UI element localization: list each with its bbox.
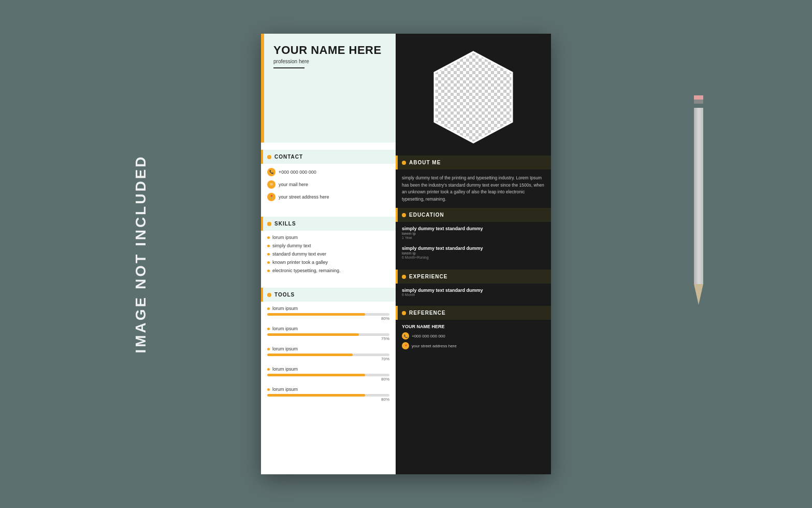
list-item: standard dummy text ever bbox=[267, 251, 389, 257]
list-item: lorum ipsum 75% bbox=[267, 326, 389, 341]
list-item: known printer took a galley bbox=[267, 260, 389, 265]
progress-label: 75% bbox=[267, 336, 389, 341]
about-title: ABOUT ME bbox=[409, 160, 441, 165]
ref-orange-bar bbox=[396, 306, 398, 320]
bullet-icon bbox=[267, 245, 270, 247]
bullet-icon bbox=[267, 270, 270, 272]
orange-bar-left bbox=[261, 34, 264, 143]
skills-section-header: SKILLS bbox=[261, 217, 396, 231]
contact-phone-item: 📞 +000 000 000 000 bbox=[267, 168, 389, 176]
watermark-text: IMAGE NOT INCLUDED bbox=[133, 154, 149, 353]
ref-phone-item: 📞 +000 000 000 000 bbox=[402, 332, 545, 340]
list-item: lorum ipsum 80% bbox=[267, 387, 389, 402]
list-item: lorum ipsum 80% bbox=[267, 306, 389, 321]
contact-dot bbox=[267, 155, 271, 159]
edu-dot bbox=[402, 213, 406, 217]
ref-name: YOUR NAME HERE bbox=[402, 324, 545, 329]
list-item: lorum ipsum 70% bbox=[267, 346, 389, 361]
tools-dot bbox=[267, 293, 271, 297]
progress-bar-fill bbox=[267, 333, 359, 336]
tool-label-wrap: lorum ipsum bbox=[267, 346, 389, 351]
phone-icon: 📞 bbox=[267, 168, 276, 176]
edu-subtitle: lorem ip bbox=[402, 251, 545, 256]
edu-title: simply dummy text standard dummy bbox=[402, 246, 545, 251]
reference-section-header: REFERENCE bbox=[396, 306, 551, 320]
about-dot bbox=[402, 161, 406, 165]
ref-address-item: 📍 your street address here bbox=[402, 342, 545, 349]
tools-title: TOOLS bbox=[274, 292, 295, 298]
edu-item: simply dummy text standard dummy lorem i… bbox=[402, 226, 545, 239]
education-section: simply dummy text standard dummy lorem i… bbox=[396, 222, 551, 270]
tools-orange-bar bbox=[261, 288, 263, 302]
about-section-header: ABOUT ME bbox=[396, 156, 551, 170]
list-item: lorum ipsum 80% bbox=[267, 366, 389, 382]
education-title: EDUCATION bbox=[409, 212, 444, 218]
contact-title: CONTACT bbox=[274, 154, 303, 160]
experience-title: EXPERIENCE bbox=[409, 274, 447, 279]
tool-label-wrap: lorum ipsum bbox=[267, 366, 389, 372]
name-block: YOUR NAME HERE profession here bbox=[269, 44, 387, 68]
contact-email: your mail here bbox=[279, 182, 308, 187]
email-icon: ✉ bbox=[267, 180, 276, 189]
tool-label: lorum ipsum bbox=[272, 346, 298, 351]
tools-section-header-wrap: TOOLS bbox=[261, 288, 396, 302]
ref-address: your street address here bbox=[412, 344, 457, 348]
contact-section-header: CONTACT bbox=[261, 150, 396, 164]
education-section-header: EDUCATION bbox=[396, 208, 551, 222]
about-text: simply dummy text of the printing and ty… bbox=[396, 170, 551, 208]
contact-list: 📞 +000 000 000 000 ✉ your mail here 📍 yo… bbox=[261, 164, 396, 209]
progress-bar-fill bbox=[267, 354, 353, 356]
skill-label: standard dummy text ever bbox=[272, 251, 326, 257]
resume-card: YOUR NAME HERE profession here CONTACT 📞… bbox=[261, 34, 551, 474]
contact-phone: +000 000 000 000 bbox=[279, 170, 316, 175]
contact-section-header-wrap: CONTACT bbox=[261, 150, 396, 164]
pencil-decoration bbox=[694, 104, 703, 301]
tool-label: lorum ipsum bbox=[272, 387, 298, 392]
edu-subtitle: lorem ip bbox=[402, 231, 545, 236]
progress-label: 80% bbox=[267, 397, 389, 402]
contact-orange-bar bbox=[261, 150, 263, 164]
hexagon-photo bbox=[432, 49, 515, 145]
exp-title: simply dummy text standard dummy bbox=[402, 288, 545, 293]
ref-address-icon: 📍 bbox=[402, 342, 409, 349]
experience-section: simply dummy text standard dummy 6 Month bbox=[396, 284, 551, 306]
skill-label: lorum ipsum bbox=[272, 235, 298, 240]
progress-label: 80% bbox=[267, 316, 389, 321]
edu-duration: 6 Month+Runing bbox=[402, 256, 545, 259]
skill-label: simply dummy text bbox=[272, 243, 311, 248]
tool-label-wrap: lorum ipsum bbox=[267, 387, 389, 392]
skills-list: lorum ipsum simply dummy text standard d… bbox=[261, 231, 396, 280]
skills-section-header-wrap: SKILLS bbox=[261, 217, 396, 231]
photo-area bbox=[396, 34, 551, 156]
skills-orange-bar bbox=[261, 217, 263, 231]
tools-section-header: TOOLS bbox=[261, 288, 396, 302]
progress-bar-bg bbox=[267, 354, 389, 356]
name-text: YOUR NAME HERE bbox=[273, 44, 387, 57]
reference-title: REFERENCE bbox=[409, 310, 446, 316]
progress-bar-bg bbox=[267, 374, 389, 376]
tool-label: lorum ipsum bbox=[272, 306, 298, 311]
name-underline bbox=[273, 67, 304, 68]
skill-label: known printer took a galley bbox=[272, 260, 328, 265]
svg-marker-5 bbox=[434, 52, 512, 143]
contact-address-item: 📍 your street address here bbox=[267, 193, 389, 201]
edu-item: simply dummy text standard dummy lorem i… bbox=[402, 246, 545, 259]
progress-bar-bg bbox=[267, 333, 389, 336]
reference-section: YOUR NAME HERE 📞 +000 000 000 000 📍 your… bbox=[396, 320, 551, 356]
bullet-icon bbox=[267, 253, 270, 256]
progress-label: 70% bbox=[267, 357, 389, 361]
tools-list: lorum ipsum 80% lorum ipsum 75% bbox=[261, 302, 396, 411]
tool-label-wrap: lorum ipsum bbox=[267, 306, 389, 311]
header-left: YOUR NAME HERE profession here bbox=[261, 34, 396, 143]
progress-label: 80% bbox=[267, 377, 389, 382]
page-wrapper: IMAGE NOT INCLUDED YOUR NAME HERE profes… bbox=[0, 0, 812, 508]
tool-label: lorum ipsum bbox=[272, 326, 298, 331]
bullet-icon bbox=[267, 261, 270, 264]
pencil-band bbox=[694, 100, 703, 104]
about-orange-bar bbox=[396, 156, 398, 170]
progress-bar-fill bbox=[267, 313, 365, 316]
exp-dot bbox=[402, 275, 406, 279]
bullet-icon bbox=[267, 307, 270, 310]
tool-label: lorum ipsum bbox=[272, 366, 298, 372]
exp-item: simply dummy text standard dummy 6 Month bbox=[402, 288, 545, 297]
